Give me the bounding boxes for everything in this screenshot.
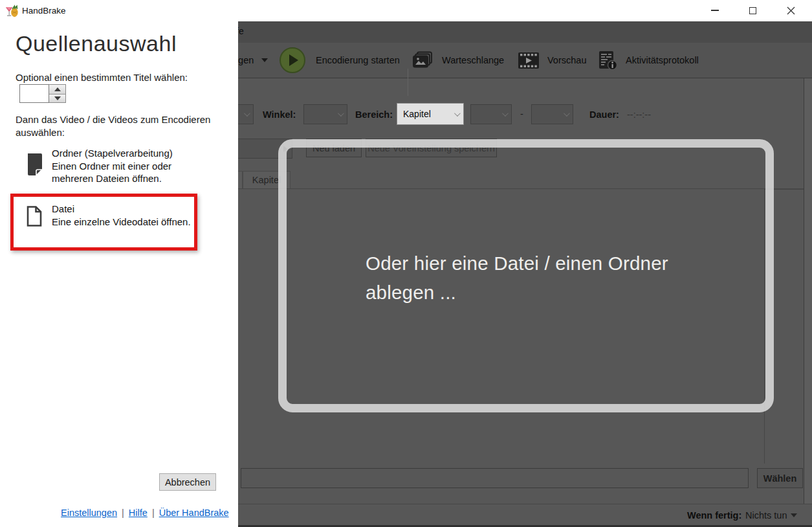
queue-stack-icon	[413, 51, 434, 70]
cancel-button-label: Abbrechen	[165, 477, 210, 488]
preview-label: Vorschau	[547, 55, 586, 65]
spinner-up-button[interactable]	[49, 85, 65, 94]
footer-links: Einstellungen | Hilfe | Über HandBrake	[61, 508, 229, 518]
add-source-label-fragment: ügen	[238, 55, 254, 65]
range-label: Bereich:	[355, 109, 393, 120]
tab-clipped[interactable]: l	[238, 171, 243, 188]
chevron-down-icon	[791, 513, 797, 517]
when-done-dropdown[interactable]: Nichts tun	[745, 510, 797, 521]
start-encode-label: Encodierung starten	[316, 55, 400, 65]
preview-filmstrip-icon	[518, 52, 540, 69]
title-number-spinner	[49, 84, 66, 103]
choose-destination-button[interactable]: Wählen	[757, 468, 803, 488]
menu-bar: lfe	[238, 21, 812, 43]
activity-log-icon	[598, 50, 618, 71]
angle-label: Winkel:	[263, 109, 296, 120]
minimize-button[interactable]	[702, 2, 728, 19]
chevron-down-icon	[261, 58, 268, 62]
title-number-input[interactable]	[19, 84, 49, 103]
spinner-down-icon	[54, 96, 61, 100]
main-window-dimmed: lfe ügen Encodierung starten War	[238, 21, 812, 527]
source-selection-panel: Quellenauswahl Optional einen bestimmten…	[0, 21, 238, 527]
add-source-button[interactable]: ügen	[238, 46, 268, 74]
link-separator: |	[152, 508, 155, 518]
link-separator: |	[122, 508, 124, 518]
range-separator: -	[520, 109, 523, 119]
cancel-button[interactable]: Abbrechen	[159, 473, 216, 491]
option-folder-description: Einen Ordner mit einer oder mehreren Dat…	[52, 160, 208, 185]
title-bar: HandBrake	[0, 0, 812, 21]
preview-button[interactable]: Vorschau	[518, 46, 586, 74]
option-folder-batch[interactable]: Ordner (Stapelverarbeitung) Einen Ordner…	[26, 150, 214, 190]
tab-chapters-label: Kapitel	[252, 175, 281, 185]
toolbar-separator	[408, 69, 408, 96]
activity-log-label: Aktivitätsprotokoll	[626, 55, 699, 65]
maximize-button[interactable]	[740, 2, 765, 19]
start-encode-button[interactable]: Encodierung starten	[280, 46, 400, 74]
help-link[interactable]: Hilfe	[129, 508, 148, 518]
title-combo-clipped[interactable]	[238, 104, 254, 124]
chapter-start-combo[interactable]	[470, 104, 512, 124]
menu-item-help-fragment[interactable]: lfe	[238, 26, 244, 36]
range-mode-combo[interactable]: Kapitel	[397, 103, 464, 125]
queue-label: Warteschlange	[442, 55, 504, 65]
folder-batch-icon	[26, 151, 45, 177]
about-link[interactable]: Über HandBrake	[159, 508, 229, 518]
destination-path-input[interactable]	[241, 468, 749, 488]
toolbar: ügen Encodierung starten Warteschlange	[238, 43, 812, 78]
duration-value: --:--:--	[627, 109, 651, 120]
angle-combo[interactable]	[303, 104, 347, 124]
handbrake-logo-icon	[5, 4, 19, 17]
duration-label: Dauer:	[589, 109, 619, 120]
option-folder-label: Ordner (Stapelverarbeitung)	[52, 148, 173, 159]
when-done-value: Nichts tun	[745, 510, 787, 521]
chapter-end-combo[interactable]	[531, 104, 573, 124]
page-title: Quellenauswahl	[16, 31, 177, 56]
settings-link[interactable]: Einstellungen	[61, 508, 117, 518]
window-title: HandBrake	[22, 6, 66, 16]
spinner-up-icon	[54, 87, 61, 91]
spinner-down-button[interactable]	[49, 94, 65, 103]
highlight-rectangle	[10, 194, 197, 251]
when-done-label: Wenn fertig:	[687, 510, 741, 521]
queue-button[interactable]: Warteschlange	[413, 46, 504, 74]
maximize-icon	[749, 7, 756, 14]
minimize-icon	[711, 10, 719, 10]
preset-panel-scrollbar[interactable]	[804, 78, 812, 504]
status-bar: Wenn fertig: Nichts tun	[238, 504, 812, 525]
handbrake-app: lfe ügen Encodierung starten War	[0, 0, 812, 527]
range-mode-value: Kapitel	[403, 109, 431, 119]
close-icon	[787, 6, 795, 15]
instruction-text: Dann das Video / die Videos zum Encodier…	[16, 113, 219, 139]
choose-destination-label: Wählen	[763, 473, 797, 484]
optional-title-label: Optional einen bestimmten Titel wählen:	[16, 72, 188, 83]
play-circle-icon	[280, 47, 305, 73]
close-button[interactable]	[778, 2, 804, 19]
drop-zone-text: Oder hier eine Datei / einen Ordner able…	[366, 249, 702, 307]
activity-log-button[interactable]: Aktivitätsprotokoll	[598, 46, 699, 74]
